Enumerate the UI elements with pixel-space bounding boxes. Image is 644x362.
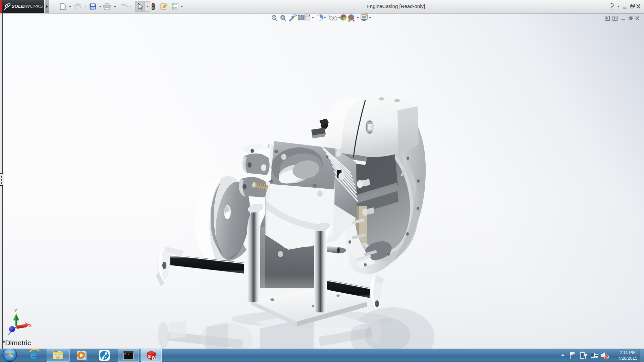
svg-text:S: S bbox=[148, 354, 151, 359]
svg-text:*Dimetric: *Dimetric bbox=[2, 339, 31, 347]
svg-text:C:\_: C:\_ bbox=[124, 353, 131, 356]
svg-text:Y: Y bbox=[14, 307, 17, 313]
svg-text:X: X bbox=[29, 322, 32, 328]
svg-text:2015: 2015 bbox=[152, 358, 157, 361]
svg-text:Z: Z bbox=[8, 330, 11, 336]
